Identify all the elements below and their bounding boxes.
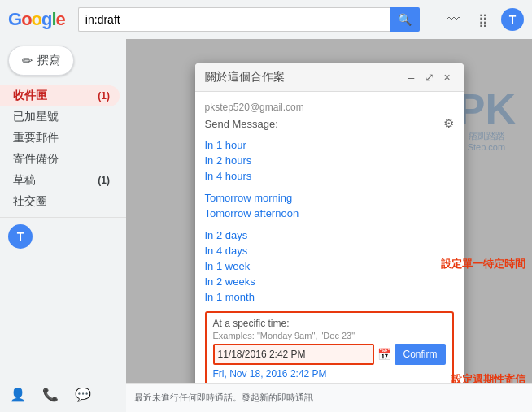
- annotation-time: 設定單一特定時間: [441, 257, 525, 271]
- maximize-button[interactable]: ⤢: [423, 71, 436, 84]
- time-option-2w[interactable]: In 2 weeks: [205, 274, 454, 289]
- minimize-button[interactable]: –: [405, 71, 418, 84]
- modal-title: 關於這個合作案: [205, 70, 285, 85]
- search-button[interactable]: 🔍: [390, 7, 420, 32]
- person-icon[interactable]: 👤: [7, 383, 29, 405]
- chat-icon[interactable]: 💬: [72, 383, 94, 405]
- pencil-icon: ✏: [22, 53, 33, 68]
- time-option-1w[interactable]: In 1 week: [205, 258, 454, 274]
- time-option-tomorrow-afternoon-link[interactable]: Tomorrow afternoon: [205, 207, 299, 219]
- compose-button[interactable]: ✏ 撰寫: [8, 46, 74, 76]
- waves-icon[interactable]: 〰: [443, 8, 465, 31]
- search-bar: 🔍: [78, 7, 420, 32]
- specific-time-input[interactable]: [213, 344, 375, 365]
- sidebar-item-important-label: 重要郵件: [13, 131, 59, 145]
- time-option-1m-link[interactable]: In 1 month: [205, 291, 255, 303]
- close-button[interactable]: ×: [441, 71, 454, 84]
- time-option-2h-link[interactable]: In 2 hours: [205, 154, 252, 167]
- sidebar-item-drafts-label: 草稿: [13, 173, 36, 188]
- gap-1: [205, 184, 454, 190]
- send-message-header: Send Message: ⚙: [205, 116, 454, 131]
- time-option-tomorrow-morning-link[interactable]: Tomorrow morning: [205, 192, 293, 204]
- calendar-icon[interactable]: 📅: [377, 348, 391, 361]
- sidebar-item-drafts[interactable]: 草稿 (1): [0, 170, 120, 191]
- bottom-hint-text: 最近未進行任何即時通話。發起新的即時通訊: [134, 392, 313, 404]
- modal-controls: – ⤢ ×: [405, 71, 454, 84]
- time-option-4d-link[interactable]: In 4 days: [205, 245, 248, 257]
- apps-icon[interactable]: ⣿: [472, 8, 495, 31]
- email-snippet: pkstep520@gmail.com: [205, 98, 454, 116]
- time-option-1m[interactable]: In 1 month: [205, 289, 454, 305]
- time-option-1w-link[interactable]: In 1 week: [205, 260, 251, 272]
- google-logo: Google: [8, 9, 65, 30]
- top-bar: Google 🔍 〰 ⣿ T: [0, 0, 532, 39]
- phone-icon[interactable]: 📞: [39, 383, 62, 405]
- gap-2: [205, 221, 454, 228]
- sidebar-item-circles-label: 社交圈: [13, 194, 47, 209]
- time-option-tomorrow-afternoon[interactable]: Tomorrow afternoon: [205, 206, 454, 221]
- content-area: PK 痞凱踏踏Step.com 關於這個合作案 – ⤢ × pkstep520@…: [126, 39, 532, 412]
- specific-time-example: Examples: "Monday 9am", "Dec 23": [213, 331, 446, 340]
- time-option-1h-link[interactable]: In 1 hour: [205, 139, 246, 151]
- sidebar-item-drafts-count: (1): [98, 175, 110, 186]
- sidebar-item-starred[interactable]: 已加星號: [0, 106, 120, 128]
- time-option-2d-link[interactable]: In 2 days: [205, 229, 248, 241]
- search-input[interactable]: [78, 7, 390, 32]
- time-option-2h[interactable]: In 2 hours: [205, 153, 454, 168]
- time-option-tomorrow-morning[interactable]: Tomorrow morning: [205, 190, 454, 206]
- time-option-2w-link[interactable]: In 2 weeks: [205, 275, 255, 288]
- sidebar: ✏ 撰寫 收件匣 (1) 已加星號 重要郵件 寄件備份 草稿 (1) 社交圈 T: [0, 39, 126, 412]
- gear-icon[interactable]: ⚙: [443, 116, 454, 131]
- bottom-icons: 👤 📞 💬: [7, 383, 94, 405]
- sidebar-divider: [0, 217, 126, 218]
- modal: 關於這個合作案 – ⤢ × pkstep520@gmail.com Send M…: [195, 63, 464, 412]
- modal-titlebar: 關於這個合作案 – ⤢ ×: [195, 63, 464, 92]
- send-message-label: Send Message:: [205, 118, 278, 130]
- specific-time-section: At a specific time: Examples: "Monday 9a…: [205, 311, 454, 386]
- main-layout: ✏ 撰寫 收件匣 (1) 已加星號 重要郵件 寄件備份 草稿 (1) 社交圈 T: [0, 39, 532, 412]
- modal-body: pkstep520@gmail.com Send Message: ⚙ In 1…: [195, 92, 464, 412]
- sidebar-user: T: [8, 224, 118, 249]
- top-icons: 〰 ⣿ T: [443, 8, 524, 31]
- sidebar-item-circles[interactable]: 社交圈: [0, 191, 120, 212]
- modal-overlay: 關於這個合作案 – ⤢ × pkstep520@gmail.com Send M…: [126, 39, 532, 412]
- sidebar-avatar[interactable]: T: [8, 224, 33, 249]
- user-avatar[interactable]: T: [501, 8, 524, 31]
- datetime-display: Fri, Nov 18, 2016 2:42 PM: [213, 368, 446, 379]
- sidebar-item-inbox-label: 收件匣: [13, 89, 47, 103]
- sidebar-item-starred-label: 已加星號: [13, 110, 59, 124]
- time-option-4h[interactable]: In 4 hours: [205, 168, 454, 184]
- specific-time-input-row: 📅 Confirm: [213, 344, 446, 365]
- time-option-2d[interactable]: In 2 days: [205, 228, 454, 243]
- sidebar-item-sent-label: 寄件備份: [13, 152, 59, 167]
- sidebar-item-inbox-count: (1): [98, 90, 110, 102]
- confirm-button[interactable]: Confirm: [395, 344, 445, 365]
- time-option-4h-link[interactable]: In 4 hours: [205, 170, 252, 182]
- time-option-4d[interactable]: In 4 days: [205, 243, 454, 258]
- specific-time-label: At a specific time:: [213, 318, 446, 329]
- compose-label: 撰寫: [37, 54, 60, 68]
- sidebar-item-important[interactable]: 重要郵件: [0, 128, 120, 149]
- bottom-hint: 最近未進行任何即時通話。發起新的即時通訊: [126, 383, 532, 412]
- sidebar-item-inbox[interactable]: 收件匣 (1): [0, 85, 120, 106]
- sidebar-item-sent[interactable]: 寄件備份: [0, 149, 120, 170]
- time-option-1h[interactable]: In 1 hour: [205, 137, 454, 153]
